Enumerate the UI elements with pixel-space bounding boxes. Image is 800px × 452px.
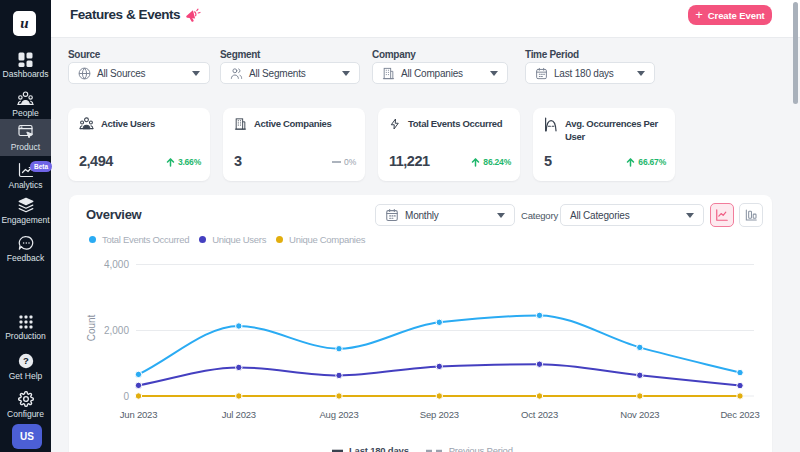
svg-text:Sep 2023: Sep 2023 (420, 409, 459, 420)
svg-text:Oct 2023: Oct 2023 (521, 409, 558, 420)
svg-text:?: ? (23, 355, 29, 366)
svg-text:Aug 2023: Aug 2023 (319, 409, 358, 420)
svg-text:Nov 2023: Nov 2023 (620, 409, 659, 420)
svg-text:0: 0 (123, 391, 129, 402)
svg-text:Jun 2023: Jun 2023 (120, 409, 158, 420)
svg-text:Dec 2023: Dec 2023 (720, 409, 759, 420)
svg-text:Count: Count (86, 314, 97, 341)
svg-text:2,000: 2,000 (104, 325, 129, 336)
svg-text:Jul 2023: Jul 2023 (222, 409, 256, 420)
svg-text:4,000: 4,000 (104, 259, 129, 270)
